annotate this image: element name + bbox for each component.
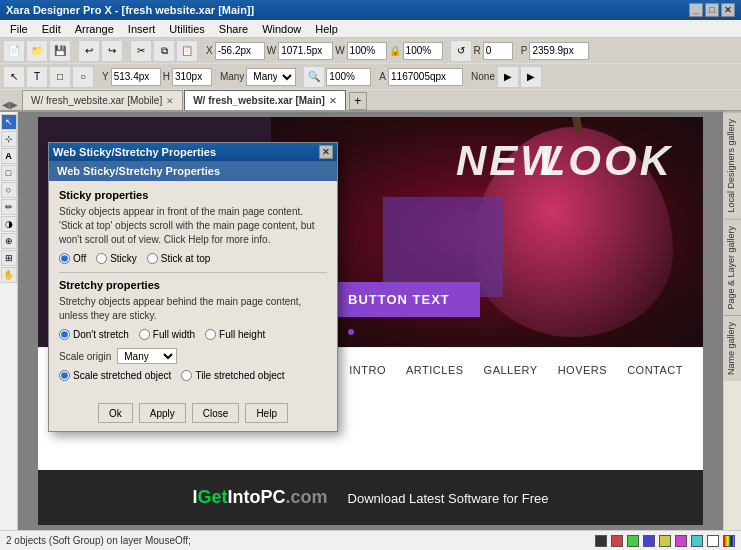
sticky-top-option[interactable]: Stick at top (147, 253, 210, 264)
full-height-radio[interactable] (205, 329, 216, 340)
local-designers-panel[interactable]: Local Designers gallery (724, 112, 741, 219)
color-swatch-blue[interactable] (643, 535, 655, 547)
dialog-title-bar[interactable]: Web Sticky/Stretchy Properties ✕ (49, 143, 337, 161)
node-tool-btn[interactable]: ⊹ (1, 131, 17, 147)
tab-mobile-close[interactable]: ✕ (166, 96, 174, 106)
tab-main-close[interactable]: ✕ (329, 96, 337, 106)
ellipse-tool-btn[interactable]: ○ (1, 182, 17, 198)
cut-button[interactable]: ✂ (130, 40, 152, 62)
pen-tool-btn[interactable]: ✏ (1, 199, 17, 215)
h-input[interactable] (172, 68, 212, 86)
r-input[interactable] (483, 42, 513, 60)
back-nav-icon[interactable]: ◀ (2, 99, 10, 110)
nav-gallery[interactable]: GALLERY (484, 364, 538, 376)
nav-articles[interactable]: ARTICLES (406, 364, 464, 376)
menu-window[interactable]: Window (256, 22, 307, 36)
x-input[interactable] (215, 42, 265, 60)
sticky-top-radio[interactable] (147, 253, 158, 264)
sticky-off-radio[interactable] (59, 253, 70, 264)
fill-button[interactable]: ▶ (497, 66, 519, 88)
w-input[interactable] (278, 42, 333, 60)
text-tool-btn[interactable]: A (1, 148, 17, 164)
forward-nav-icon[interactable]: ▶ (10, 99, 18, 110)
many-select[interactable]: Many (246, 68, 296, 86)
full-width-radio[interactable] (139, 329, 150, 340)
hand-tool-btn[interactable]: ✋ (1, 267, 17, 283)
full-width-option[interactable]: Full width (139, 329, 195, 340)
nav-hovers[interactable]: HOVERS (558, 364, 607, 376)
nav-contact[interactable]: CONTACT (627, 364, 683, 376)
selector-tool-btn[interactable]: ↖ (1, 114, 17, 130)
tile-stretched-option[interactable]: Tile stretched object (181, 370, 284, 381)
h-label: H (163, 71, 170, 82)
scale-w-input[interactable] (347, 42, 387, 60)
color-swatch-yellow[interactable] (659, 535, 671, 547)
a-input[interactable] (388, 68, 463, 86)
zoom-input[interactable] (326, 68, 371, 86)
open-button[interactable]: 📁 (26, 40, 48, 62)
ok-button[interactable]: Ok (98, 403, 133, 423)
maximize-button[interactable]: □ (705, 3, 719, 17)
p-input[interactable] (529, 42, 589, 60)
close-button-dialog[interactable]: Close (192, 403, 240, 423)
apply-button[interactable]: Apply (139, 403, 186, 423)
dialog-close-button[interactable]: ✕ (319, 145, 333, 159)
nav-intro[interactable]: INTRO (349, 364, 386, 376)
menu-edit[interactable]: Edit (36, 22, 67, 36)
new-button[interactable]: 📄 (3, 40, 25, 62)
rect-tool[interactable]: □ (49, 66, 71, 88)
window-controls[interactable]: _ □ ✕ (689, 3, 735, 17)
rect-tool-btn[interactable]: □ (1, 165, 17, 181)
color-swatch-green[interactable] (627, 535, 639, 547)
close-button[interactable]: ✕ (721, 3, 735, 17)
color-rainbow-swatch[interactable] (723, 535, 735, 547)
zoom-button[interactable]: 🔍 (303, 66, 325, 88)
paste-button[interactable]: 📋 (176, 40, 198, 62)
full-height-option[interactable]: Full height (205, 329, 265, 340)
undo-button[interactable]: ↩ (78, 40, 100, 62)
selector-tool[interactable]: ↖ (3, 66, 25, 88)
canvas-area[interactable]: NEW LOOK FRESH BUTTON TEXT YWEBSITE.COM … (18, 112, 723, 530)
copy-button[interactable]: ⧉ (153, 40, 175, 62)
scale-h-input[interactable] (403, 42, 443, 60)
no-stretch-option[interactable]: Don't stretch (59, 329, 129, 340)
sticky-sticky-option[interactable]: Sticky (96, 253, 137, 264)
menu-insert[interactable]: Insert (122, 22, 162, 36)
page-layer-panel[interactable]: Page & Layer gallery (724, 219, 741, 316)
toolbar-row-2: ↖ T □ ○ Y H Many Many 🔍 A None ▶ ▶ (0, 64, 741, 90)
save-button[interactable]: 💾 (49, 40, 71, 62)
zoom-tool-btn[interactable]: ⊕ (1, 233, 17, 249)
crop-tool-btn[interactable]: ⊞ (1, 250, 17, 266)
scale-origin-select[interactable]: Many (117, 348, 177, 364)
right-arrow-button[interactable]: ▶ (520, 66, 542, 88)
scale-stretched-radio[interactable] (59, 370, 70, 381)
tab-main[interactable]: W/ fresh_website.xar [Main] ✕ (184, 90, 346, 110)
color-swatch-white[interactable] (707, 535, 719, 547)
sticky-off-option[interactable]: Off (59, 253, 86, 264)
tile-stretched-radio[interactable] (181, 370, 192, 381)
gradient-tool-btn[interactable]: ◑ (1, 216, 17, 232)
minimize-button[interactable]: _ (689, 3, 703, 17)
hero-cta-button[interactable]: BUTTON TEXT (318, 282, 480, 317)
menu-share[interactable]: Share (213, 22, 254, 36)
menu-arrange[interactable]: Arrange (69, 22, 120, 36)
color-swatch-red[interactable] (611, 535, 623, 547)
color-swatch-magenta[interactable] (675, 535, 687, 547)
tab-add-button[interactable]: + (349, 92, 367, 110)
scale-stretched-option[interactable]: Scale stretched object (59, 370, 171, 381)
redo-button[interactable]: ↪ (101, 40, 123, 62)
menu-file[interactable]: File (4, 22, 34, 36)
color-swatch-dark[interactable] (595, 535, 607, 547)
color-swatch-cyan[interactable] (691, 535, 703, 547)
text-tool[interactable]: T (26, 66, 48, 88)
tab-mobile[interactable]: W/ fresh_website.xar [Mobile] ✕ (22, 90, 183, 110)
help-button[interactable]: Help (245, 403, 288, 423)
no-stretch-radio[interactable] (59, 329, 70, 340)
menu-help[interactable]: Help (309, 22, 344, 36)
rotate-left-button[interactable]: ↺ (450, 40, 472, 62)
menu-utilities[interactable]: Utilities (163, 22, 210, 36)
ellipse-tool[interactable]: ○ (72, 66, 94, 88)
name-gallery-panel[interactable]: Name gallery (724, 315, 741, 381)
sticky-sticky-radio[interactable] (96, 253, 107, 264)
y-input[interactable] (111, 68, 161, 86)
